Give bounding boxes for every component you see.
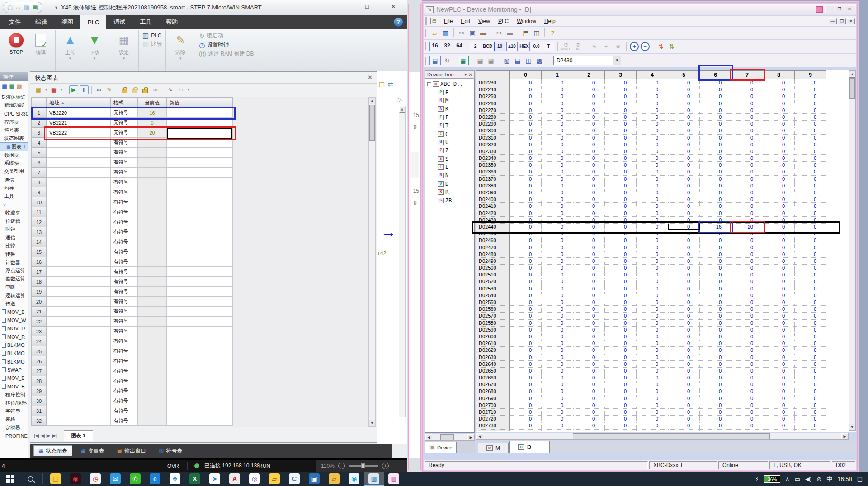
monitor-cell[interactable]: 0 [637, 182, 668, 189]
new-value-cell[interactable] [167, 237, 233, 247]
insert-chart-caret[interactable]: ▼ [44, 88, 48, 92]
row-label[interactable]: D02270 [476, 107, 510, 114]
monitor-cell[interactable]: 0 [668, 402, 700, 409]
row-label[interactable]: D02700 [476, 402, 510, 409]
help-icon[interactable]: ? [394, 18, 403, 27]
monitor-cell[interactable]: 0 [573, 135, 605, 141]
instruction-item-BLKMO[interactable]: BLKMO [0, 358, 28, 366]
monitor-cell[interactable]: 0 [795, 313, 826, 319]
monitor-cell[interactable]: 0 [573, 258, 605, 265]
new-value-cell[interactable] [167, 346, 233, 356]
monitor-cell[interactable]: 0 [763, 176, 795, 182]
monitor-cell[interactable]: 0 [637, 168, 668, 175]
address-cell[interactable]: VB2220 [47, 108, 111, 118]
monitor-cell[interactable]: 0 [731, 354, 763, 361]
row-label[interactable]: D02320 [476, 141, 510, 148]
monitor-cell[interactable]: 0 [668, 271, 700, 278]
new-value-cell[interactable] [167, 406, 233, 416]
monitor-cell[interactable]: 0 [542, 244, 573, 251]
monitor-cell[interactable]: 0 [637, 189, 668, 196]
monitor-cell[interactable]: 0 [731, 313, 763, 319]
trend-view-icon[interactable]: ∿ [166, 85, 175, 94]
monitor-cell[interactable]: 0 [731, 278, 763, 285]
monitor-cell[interactable]: 0 [605, 148, 637, 155]
menu-view[interactable]: View [474, 18, 494, 24]
address-cell[interactable] [47, 366, 111, 376]
monitor-cell[interactable]: 0 [763, 258, 795, 265]
monitor-cell[interactable]: 0 [763, 374, 795, 381]
monitor-cell[interactable]: 0 [510, 271, 542, 278]
monitor-cell[interactable]: 0 [542, 189, 573, 196]
monitor-cell[interactable]: 0 [763, 182, 795, 189]
monitor-cell[interactable]: 0 [542, 182, 573, 189]
monitor-cell[interactable]: 0 [668, 210, 700, 217]
monitor-cell[interactable]: 0 [795, 203, 826, 210]
format-cell[interactable]: 无符号 [111, 108, 138, 118]
monitor-cell[interactable]: 0 [700, 162, 731, 168]
monitor-cell[interactable]: 0 [637, 155, 668, 162]
monitor-cell[interactable]: 0 [700, 361, 731, 368]
monitor-cell[interactable]: 0 [605, 422, 637, 429]
monitor-cell[interactable]: 0 [668, 395, 700, 402]
address-cell[interactable] [47, 356, 111, 366]
monitor-cell[interactable]: 0 [795, 100, 826, 107]
instruction-item-MOV_D[interactable]: MOV_D [0, 324, 28, 332]
format-button-10[interactable]: 10 [494, 42, 505, 51]
column-header-1[interactable]: 1 [542, 70, 573, 79]
instruction-item-MOV_B[interactable]: MOV_B [0, 308, 28, 316]
monitor-cell[interactable]: 0 [731, 347, 763, 354]
monitor-cell[interactable]: 0 [763, 121, 795, 127]
format-cell[interactable]: 有符号 [111, 187, 138, 197]
row-label[interactable]: D02310 [476, 135, 510, 141]
scroll-left-icon[interactable]: ◀ [476, 433, 483, 439]
monitor-cell[interactable]: 0 [668, 251, 700, 258]
monitor-cell[interactable]: 0 [700, 422, 731, 429]
view-grid-icon[interactable]: ▦ [9, 83, 14, 91]
monitor-cell[interactable]: 0 [668, 155, 700, 162]
arrange-icons-icon[interactable]: ▩ [534, 56, 545, 65]
file-explorer-taskbar-button[interactable]: ▱ [264, 472, 284, 486]
read-force-icon[interactable]: ∞ [151, 85, 160, 94]
monitor-cell[interactable]: 0 [700, 313, 731, 319]
monitor-cell[interactable]: 0 [542, 155, 573, 162]
monitor-cell[interactable]: 0 [510, 422, 542, 429]
view-table-icon[interactable]: ▦ [2, 83, 7, 91]
monitor-cell[interactable]: 0 [605, 168, 637, 175]
monitor-cell[interactable]: 0 [542, 395, 573, 402]
format-cell[interactable]: 有符号 [111, 366, 138, 376]
monitor-cell[interactable]: 0 [542, 127, 573, 134]
red-ring-app-taskbar-button[interactable]: ◉ [66, 472, 85, 486]
instruction-item-逻辑运算[interactable]: 逻辑运算 [0, 291, 28, 299]
row-label[interactable]: D02380 [476, 182, 510, 189]
tray-chevron-icon[interactable]: ∧ [785, 476, 790, 482]
row-number[interactable]: 12 [31, 217, 47, 227]
monitor-cell[interactable]: 0 [731, 79, 763, 86]
alarm-app-taskbar-button[interactable]: ◷ [85, 472, 105, 486]
format-button-0.0[interactable]: 0.0 [531, 42, 542, 51]
row-label[interactable]: D02300 [476, 127, 510, 134]
monitor-cell[interactable]: 0 [542, 416, 573, 422]
last-sheet-icon[interactable]: ▶| [52, 433, 57, 439]
monitor-cell[interactable]: 0 [573, 395, 605, 402]
column-header-3[interactable]: 3 [605, 70, 637, 79]
monitor-cell[interactable]: 0 [605, 285, 637, 292]
monitor-cell[interactable]: 0 [700, 155, 731, 162]
cut-icon[interactable]: ✂ [456, 28, 467, 38]
row-label[interactable]: D02390 [476, 189, 510, 196]
monitor-cell[interactable]: 0 [763, 244, 795, 251]
new-value-cell[interactable] [167, 366, 233, 376]
monitor-cell[interactable]: 0 [542, 135, 573, 141]
monitor-cell[interactable]: 0 [637, 361, 668, 368]
format-cell[interactable]: 有符号 [111, 327, 138, 336]
monitor-cell[interactable]: 0 [700, 210, 731, 217]
monitor-cell[interactable]: 0 [763, 409, 795, 416]
monitor-cell[interactable]: 0 [795, 395, 826, 402]
address-cell[interactable] [47, 158, 111, 168]
monitor-cell[interactable]: 0 [731, 416, 763, 422]
column-header-9[interactable]: 9 [795, 70, 826, 79]
scroll-up-icon[interactable]: ▲ [369, 98, 375, 104]
monitor-cell[interactable]: 0 [510, 292, 542, 299]
row-label[interactable]: D02600 [476, 333, 510, 340]
close-button[interactable]: ✕ [845, 6, 854, 13]
monitor-cell[interactable]: 0 [605, 320, 637, 327]
